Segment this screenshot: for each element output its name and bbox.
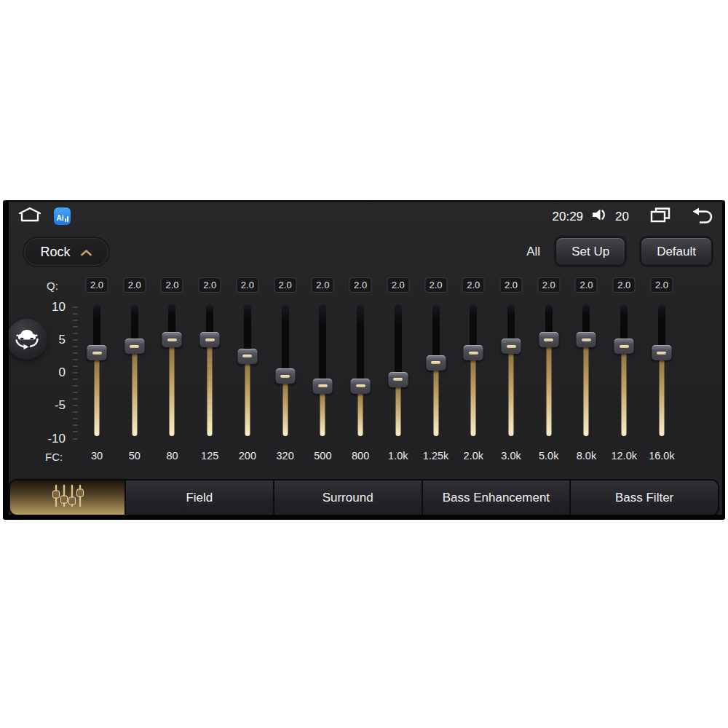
tick-mark [73, 339, 78, 341]
band-slider-handle[interactable] [351, 379, 371, 394]
slider-track-lower[interactable] [245, 356, 250, 436]
gain-scale-label: -10 [33, 432, 66, 446]
slider-track-upper[interactable] [319, 304, 326, 389]
band-slider-handle[interactable] [426, 355, 446, 371]
band-fc-label: 200 [229, 450, 266, 462]
tab-label: Bass Filter [615, 491, 673, 505]
band-q-value: 2.0 [199, 277, 221, 293]
band-fc-label: 50 [116, 450, 154, 462]
band-slider-handle[interactable] [275, 368, 295, 384]
tick-mark [73, 359, 78, 360]
slider-track-upper[interactable] [357, 304, 364, 389]
band-fc-label: 5.0k [530, 450, 568, 462]
band-q-value: 2.0 [86, 277, 108, 293]
tab-label: Field [186, 491, 213, 505]
tab-field[interactable]: Field [124, 480, 273, 515]
tick-mark [73, 306, 78, 308]
band-q-value: 2.0 [500, 277, 523, 293]
ai-icon-bar [65, 218, 66, 222]
band-fc-label: 500 [304, 450, 341, 462]
slider-track-lower[interactable] [282, 376, 288, 436]
slider-track-lower[interactable] [471, 353, 476, 436]
band-slider-handle[interactable] [614, 339, 634, 354]
status-bar-left: Ai [16, 205, 71, 226]
band-slider-handle[interactable] [200, 332, 220, 347]
tick-mark [73, 313, 78, 314]
slider-track-upper[interactable] [395, 304, 402, 382]
band-q-value: 2.0 [575, 277, 598, 293]
equalizer-panel: Ai 20:29 20 [9, 202, 722, 515]
eq-band: 2.050 [116, 202, 154, 515]
band-fc-label: 1.0k [379, 450, 417, 462]
eq-band: 2.0500 [304, 202, 341, 515]
tick-mark [73, 398, 78, 400]
bottom-tab-bar: FieldSurroundBass EnhancementBass Filter [10, 480, 718, 515]
tick-mark [73, 333, 78, 334]
band-q-value: 2.0 [387, 277, 409, 293]
slider-track-lower[interactable] [509, 347, 514, 436]
band-fc-label: 30 [78, 450, 116, 462]
band-slider-handle[interactable] [237, 349, 257, 364]
band-slider-handle[interactable] [162, 332, 182, 347]
eq-band: 2.01.25k [417, 202, 455, 515]
band-slider-handle[interactable] [313, 379, 333, 394]
slider-track-lower[interactable] [95, 353, 100, 436]
ai-icon-bar [67, 216, 68, 222]
tick-mark [73, 431, 78, 432]
gain-scale-label: 0 [33, 365, 66, 380]
equalizer-sliders-icon [51, 483, 84, 512]
back-icon[interactable] [692, 207, 713, 227]
band-q-value: 2.0 [537, 277, 560, 293]
tab-bass-enhancement[interactable]: Bass Enhancement [422, 480, 570, 515]
eq-band: 2.012.0k [605, 202, 643, 515]
slider-track-lower[interactable] [584, 340, 589, 436]
band-slider-handle[interactable] [539, 332, 558, 347]
home-icon[interactable] [16, 205, 44, 226]
band-fc-label: 80 [153, 450, 191, 462]
slider-track-lower[interactable] [207, 340, 213, 436]
band-q-value: 2.0 [161, 277, 183, 293]
tick-mark [73, 365, 78, 367]
band-slider-handle[interactable] [388, 372, 408, 387]
tick-mark [73, 346, 78, 347]
tab-bass-filter[interactable]: Bass Filter [569, 480, 718, 515]
band-slider-handle[interactable] [124, 339, 144, 354]
band-fc-label: 800 [341, 450, 379, 462]
ai-assistant-icon[interactable]: Ai [54, 207, 71, 225]
slider-track-lower[interactable] [622, 347, 627, 436]
tab-equalizer[interactable] [10, 480, 124, 515]
slider-track-lower[interactable] [433, 363, 438, 436]
tick-mark [73, 418, 78, 419]
eq-band: 2.01.0k [379, 202, 417, 515]
slider-track-lower[interactable] [132, 347, 137, 436]
band-fc-label: 12.0k [605, 450, 643, 462]
band-slider-handle[interactable] [502, 339, 521, 354]
band-slider-handle[interactable] [464, 345, 483, 360]
tick-mark [73, 379, 78, 380]
tick-mark [73, 438, 78, 440]
eq-band: 2.030 [78, 202, 116, 515]
tick-mark [73, 385, 78, 387]
band-fc-label: 320 [266, 450, 304, 462]
slider-track-lower[interactable] [546, 340, 551, 436]
band-q-value: 2.0 [123, 277, 146, 293]
gain-scale-label: -5 [33, 398, 66, 413]
gain-scale-label: 5 [33, 333, 66, 347]
band-slider-handle[interactable] [577, 332, 596, 347]
band-fc-label: 16.0k [643, 450, 681, 462]
band-slider-handle[interactable] [652, 345, 671, 360]
tick-mark [73, 411, 78, 413]
preset-label: Rock [40, 245, 70, 260]
band-slider-handle[interactable] [87, 345, 107, 360]
tab-surround[interactable]: Surround [273, 480, 422, 515]
eq-band: 2.08.0k [567, 202, 605, 515]
slider-track-lower[interactable] [170, 340, 175, 436]
band-fc-label: 3.0k [492, 450, 530, 462]
slider-track-lower[interactable] [395, 379, 400, 436]
band-q-value: 2.0 [236, 277, 258, 293]
slider-track-lower[interactable] [659, 353, 664, 436]
tab-label: Bass Enhancement [443, 491, 550, 505]
eq-band: 2.02.0k [454, 202, 492, 515]
eq-band: 2.080 [153, 202, 191, 515]
eq-band: 2.05.0k [530, 202, 568, 515]
